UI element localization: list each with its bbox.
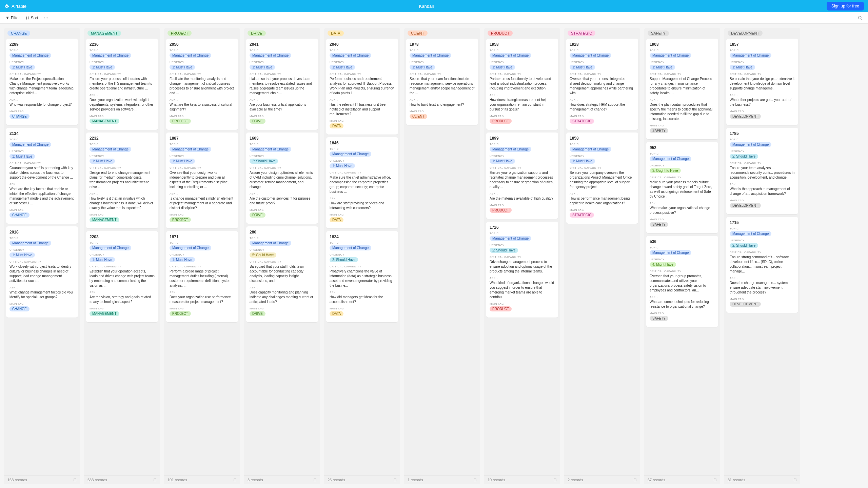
urgency-pill: 1: Must Have bbox=[410, 65, 435, 70]
field-label-topic: TOPIC bbox=[490, 232, 555, 235]
column-body[interactable]: 1958TOPICManagement of ChangeURGENCY1: M… bbox=[484, 39, 560, 475]
field-label-maintag: MAIN TAG bbox=[250, 208, 315, 211]
topic-pill: Management of Change bbox=[410, 53, 451, 58]
kanban-card[interactable]: 2232TOPICManagement of ChangeURGENCY1: M… bbox=[86, 133, 158, 228]
kanban-card[interactable]: 2050TOPICManagement of ChangeURGENCY1: M… bbox=[166, 39, 238, 130]
kanban-board[interactable]: CHANGE2289TOPICManagement of ChangeURGEN… bbox=[0, 24, 868, 488]
field-label-critical: CRITICAL CAPABILITY bbox=[730, 73, 795, 76]
kanban-card[interactable]: 536TOPICManagement of ChangeURGENCY4: Mi… bbox=[646, 236, 718, 327]
tag-pill: PROJECT bbox=[170, 217, 191, 222]
kanban-card[interactable]: 1824TOPICManagement of ChangeURGENCY2: S… bbox=[326, 231, 398, 322]
kanban-card[interactable]: 1846TOPICManagement of ChangeURGENCY1: M… bbox=[326, 137, 398, 228]
critical-text: Facilitate the monitoring, analysis and … bbox=[170, 77, 235, 96]
column-body[interactable]: 1857TOPICManagement of ChangeURGENCY1: M… bbox=[724, 39, 800, 475]
kanban-card[interactable]: 1857TOPICManagement of ChangeURGENCY1: M… bbox=[726, 39, 798, 125]
search-button[interactable] bbox=[858, 16, 863, 20]
add-card-button[interactable] bbox=[153, 478, 157, 482]
add-card-button[interactable] bbox=[393, 478, 397, 482]
column-header[interactable]: DEVELOPMENT bbox=[724, 28, 800, 39]
kanban-card[interactable]: 1958TOPICManagement of ChangeURGENCY1: M… bbox=[486, 39, 558, 130]
more-button[interactable] bbox=[44, 17, 48, 19]
add-card-button[interactable] bbox=[233, 478, 237, 482]
add-card-button[interactable] bbox=[553, 478, 557, 482]
kanban-card[interactable]: 280TOPICManagement of ChangeURGENCY5: Co… bbox=[246, 226, 318, 322]
kanban-column: PRODUCT1958TOPICManagement of ChangeURGE… bbox=[484, 28, 560, 484]
kanban-card[interactable]: 952TOPICManagement of ChangeURGENCY3: Ou… bbox=[646, 142, 718, 233]
kanban-card[interactable]: 1928TOPICManagement of ChangeURGENCY1: M… bbox=[566, 39, 638, 130]
column-body[interactable]: 1903TOPICManagement of ChangeURGENCY1: M… bbox=[644, 39, 720, 475]
kanban-card[interactable]: 2018TOPICManagement of ChangeURGENCY1: M… bbox=[6, 226, 78, 318]
urgency-pill: 1: Must Have bbox=[570, 159, 595, 164]
card-id: 1887 bbox=[170, 136, 235, 141]
column-header[interactable]: DATA bbox=[324, 28, 400, 39]
column-header[interactable]: MANAGEMENT bbox=[84, 28, 160, 39]
kanban-card[interactable]: 2289TOPICManagement of ChangeURGENCY1: M… bbox=[6, 39, 78, 125]
kanban-card[interactable]: 1978TOPICManagement of ChangeURGENCY1: M… bbox=[406, 39, 478, 125]
card-id: 1726 bbox=[490, 225, 555, 230]
field-label-maintag: MAIN TAG bbox=[9, 302, 75, 305]
field-label-maintag: MAIN TAG bbox=[250, 307, 315, 310]
svg-point-1 bbox=[46, 17, 46, 18]
critical-text: Be certain that your design pr... extens… bbox=[730, 77, 795, 91]
kanban-card[interactable]: 2203TOPICManagement of ChangeURGENCY1: M… bbox=[86, 231, 158, 322]
add-card-button[interactable] bbox=[713, 478, 717, 482]
column-body[interactable]: 2236TOPICManagement of ChangeURGENCY1: M… bbox=[84, 39, 160, 475]
kanban-card[interactable]: 1785TOPICManagement of ChangeURGENCY2: S… bbox=[726, 128, 798, 214]
kanban-card[interactable]: 1726TOPICManagement of ChangeURGENCY2: S… bbox=[486, 222, 558, 318]
column-header[interactable]: DRIVE bbox=[244, 28, 320, 39]
kanban-card[interactable]: 1715TOPICManagement of ChangeURGENCY2: S… bbox=[726, 217, 798, 313]
topic-pill: Management of Change bbox=[90, 147, 131, 152]
column-body[interactable]: 2289TOPICManagement of ChangeURGENCY1: M… bbox=[4, 39, 80, 475]
kanban-card[interactable]: 2236TOPICManagement of ChangeURGENCY1: M… bbox=[86, 39, 158, 130]
add-card-button[interactable] bbox=[313, 478, 317, 482]
field-label-urgency: URGENCY bbox=[570, 155, 635, 158]
column-body[interactable]: 1978TOPICManagement of ChangeURGENCY1: M… bbox=[404, 39, 480, 475]
column-header[interactable]: PRODUCT bbox=[484, 28, 560, 39]
column-header[interactable]: CHANGE bbox=[4, 28, 80, 39]
column-footer: 67 records bbox=[644, 475, 720, 484]
kanban-card[interactable]: 2040TOPICManagement of ChangeURGENCY1: M… bbox=[326, 39, 398, 135]
column-header[interactable]: SAFETY bbox=[644, 28, 720, 39]
field-label-maintag: MAIN TAG bbox=[330, 213, 395, 216]
column-body[interactable]: 2040TOPICManagement of ChangeURGENCY1: M… bbox=[324, 39, 400, 475]
kanban-card[interactable]: 1858TOPICManagement of ChangeURGENCY1: M… bbox=[566, 133, 638, 224]
sort-icon bbox=[25, 16, 29, 20]
tag-pill: DEVELOPMENT bbox=[730, 302, 761, 307]
kanban-card[interactable]: 1887TOPICManagement of ChangeURGENCY1: M… bbox=[166, 133, 238, 228]
field-label-critical: CRITICAL CAPABILITY bbox=[650, 176, 715, 179]
signup-button[interactable]: Sign up for free bbox=[827, 2, 864, 11]
field-label-urgency: URGENCY bbox=[90, 253, 155, 256]
critical-text: Support Management of Change Process for… bbox=[650, 77, 715, 96]
column-body[interactable]: 2050TOPICManagement of ChangeURGENCY1: M… bbox=[164, 39, 240, 475]
kanban-card[interactable]: 1903TOPICManagement of ChangeURGENCY1: M… bbox=[646, 39, 718, 139]
field-label-urgency: URGENCY bbox=[570, 61, 635, 64]
filter-button[interactable]: Filter bbox=[5, 16, 20, 20]
urgency-pill: 3: Ought to Have bbox=[650, 168, 681, 173]
topic-pill: Management of Change bbox=[650, 156, 691, 161]
column-header[interactable]: PROJECT bbox=[164, 28, 240, 39]
topic-pill: Management of Change bbox=[730, 53, 771, 58]
kanban-card[interactable]: 1871TOPICManagement of ChangeURGENCY1: M… bbox=[166, 231, 238, 322]
column-header[interactable]: CLIENT bbox=[404, 28, 480, 39]
critical-text: Ensure your process collaborates with me… bbox=[90, 77, 155, 91]
sort-button[interactable]: Sort bbox=[25, 16, 38, 20]
field-label-critical: CRITICAL CAPABILITY bbox=[170, 73, 235, 76]
kanban-card[interactable]: 1603TOPICManagement of ChangeURGENCY2: S… bbox=[246, 133, 318, 224]
field-label-urgency: URGENCY bbox=[9, 248, 75, 251]
column-header[interactable]: STRATEGIC bbox=[564, 28, 640, 39]
add-card-button[interactable] bbox=[473, 478, 477, 482]
field-label-ask: ASK... bbox=[90, 291, 155, 294]
add-card-button[interactable] bbox=[793, 478, 797, 482]
add-card-button[interactable] bbox=[73, 478, 77, 482]
kanban-card[interactable]: 1899TOPICManagement of ChangeURGENCY1: M… bbox=[486, 133, 558, 219]
column-body[interactable]: 2041TOPICManagement of ChangeURGENCY1: M… bbox=[244, 39, 320, 475]
column-body[interactable]: 1928TOPICManagement of ChangeURGENCY1: M… bbox=[564, 39, 640, 475]
kanban-card[interactable]: 2041TOPICManagement of ChangeURGENCY1: M… bbox=[246, 39, 318, 130]
add-card-button[interactable] bbox=[633, 478, 637, 482]
brand[interactable]: Airtable bbox=[4, 3, 26, 9]
card-id: 1958 bbox=[490, 42, 555, 47]
toolbar: Filter Sort bbox=[0, 12, 868, 24]
critical-text: Make sure the chief administrative offic… bbox=[330, 175, 395, 194]
kanban-card[interactable]: 2134TOPICManagement of ChangeURGENCY1: M… bbox=[6, 128, 78, 224]
field-label-critical: CRITICAL CAPABILITY bbox=[250, 73, 315, 76]
